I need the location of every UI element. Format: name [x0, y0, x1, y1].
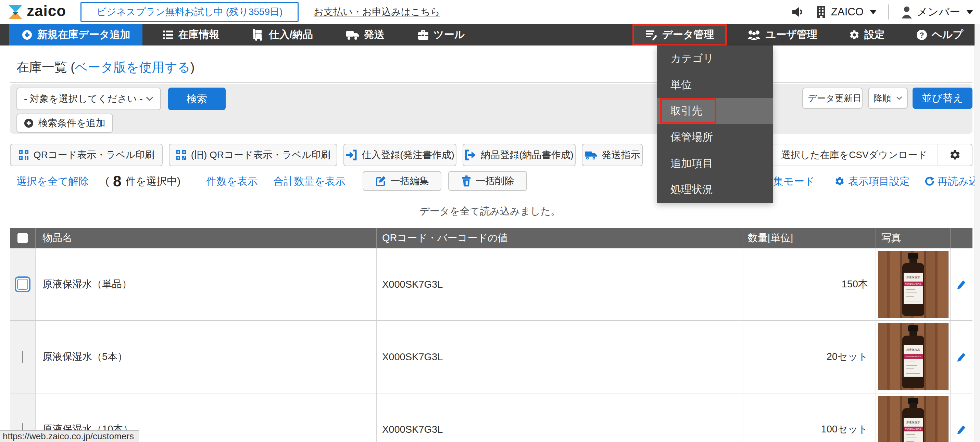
data-menu-item[interactable]: カテゴリ: [657, 46, 773, 72]
nav-data-management[interactable]: データ管理: [632, 24, 727, 46]
sort-button[interactable]: 並び替え: [913, 87, 972, 109]
reload-label: 再読み込み: [937, 174, 980, 189]
svg-text:?: ?: [920, 31, 924, 40]
data-menu-item[interactable]: 追加項目: [657, 150, 773, 176]
bulk-edit-label: 一括編集: [391, 174, 429, 187]
zaico-logo[interactable]: zaico: [8, 3, 66, 21]
selected-count-number: 8: [111, 173, 123, 190]
item-photo[interactable]: 原液保湿水 TUNEMAKERS: [878, 323, 948, 390]
nav-right: データ管理 ユーザ管理 設定: [632, 24, 980, 46]
gear-icon: [849, 29, 860, 40]
item-photo[interactable]: 原液保湿水 TUNEMAKERS: [878, 251, 948, 318]
edit-cell: [951, 321, 972, 393]
sign-in-arrow-icon: [345, 149, 357, 160]
clear-selection-link[interactable]: 選択を全て解除: [16, 170, 89, 192]
delivery-register-button[interactable]: 納品登録(納品書作成): [463, 144, 576, 166]
nav-user-management[interactable]: ユーザ管理: [736, 24, 828, 46]
photo-cell: 原液保湿水 TUNEMAKERS: [876, 321, 951, 393]
list-icon: [163, 30, 173, 40]
show-total-qty-link[interactable]: 合計数量を表示: [273, 170, 345, 192]
handtruck-icon: [252, 29, 264, 41]
search-target-select[interactable]: - 対象を選択してください -: [16, 87, 161, 110]
sort-order-select[interactable]: 降順: [868, 87, 908, 109]
org-label: ZAICO: [831, 6, 864, 18]
reload-link[interactable]: 再読み込み: [924, 170, 980, 192]
qr-label-print-old-button[interactable]: (旧) QRコード表示・ラベル印刷: [169, 144, 337, 166]
qr-label-print-old-label: (旧) QRコード表示・ラベル印刷: [191, 149, 331, 162]
search-panel: - 対象を選択してください - 検索 検索条件を追加 データ更新日 降順 並び替…: [10, 84, 972, 134]
edit-pencil-icon[interactable]: [956, 424, 967, 435]
gear-icon: [834, 176, 845, 187]
nav-data-mgmt-label: データ管理: [662, 28, 714, 42]
table-row: 原液保湿水（10本） X000SK7G3L 100セット 原液保湿水 TUNEM…: [10, 393, 972, 442]
nav-user-mgmt-label: ユーザ管理: [765, 28, 817, 42]
nav-shipping[interactable]: 発送: [334, 24, 396, 46]
gear-icon: [949, 149, 961, 161]
nav-tools[interactable]: ツール: [406, 24, 476, 46]
users-icon: [747, 29, 761, 40]
action-toolbar: QRコード表示・ラベル印刷 (旧) QRコード表示・ラベル印刷: [10, 144, 972, 166]
data-menu-item[interactable]: 単位: [657, 72, 773, 98]
display-settings-label: 表示項目設定: [848, 174, 910, 189]
beta-version-link[interactable]: ベータ版を使用する: [75, 60, 190, 74]
edit-pencil-icon[interactable]: [956, 279, 967, 290]
bulk-delete-button[interactable]: 一括削除: [448, 171, 527, 191]
announcement-icon[interactable]: [791, 5, 803, 19]
quantity-cell: 100セット: [742, 393, 876, 442]
bulk-edit-button[interactable]: 一括編集: [363, 171, 441, 191]
trash-icon: [461, 176, 471, 187]
item-photo[interactable]: 原液保湿水 TUNEMAKERS: [878, 396, 948, 442]
search-target-value: - 対象を選択してください -: [24, 92, 143, 105]
display-settings-link[interactable]: 表示項目設定: [834, 170, 910, 192]
payment-link[interactable]: お支払い・お申込みはこちら: [313, 5, 440, 19]
member-label: メンバー: [917, 5, 960, 19]
search-button[interactable]: 検索: [168, 87, 226, 110]
row-checkbox[interactable]: [17, 279, 28, 290]
show-count-link[interactable]: 件数を表示: [206, 170, 258, 192]
select-all-checkbox[interactable]: [18, 233, 28, 243]
load-status-message: データを全て読み込みました。: [0, 204, 980, 218]
page-title: 在庫一覧 (ベータ版を使用する): [16, 59, 194, 76]
header-edit: [951, 228, 972, 249]
data-menu-item[interactable]: 保管場所: [657, 124, 773, 151]
shipping-order-button[interactable]: 発送指示: [582, 144, 643, 166]
toolbox-icon: [417, 29, 429, 40]
plus-circle-icon: [24, 118, 33, 128]
row-checkbox[interactable]: [22, 351, 23, 363]
sort-field-select[interactable]: データ更新日: [802, 87, 862, 109]
csv-settings-button[interactable]: [937, 144, 972, 166]
nav-add-inventory-button[interactable]: 新規在庫データ追加: [9, 24, 142, 46]
bottle-graphic: 原液保湿水 TUNEMAKERS: [902, 325, 924, 388]
member-menu[interactable]: メンバー: [900, 5, 973, 19]
purchase-register-button[interactable]: 仕入登録(発注書作成): [344, 144, 457, 166]
nav-purchase-delivery[interactable]: 仕入/納品: [241, 24, 324, 46]
nav-help-label: ヘルプ: [932, 28, 963, 42]
csv-download-button[interactable]: 選択した在庫をCSVダウンロード: [771, 144, 937, 166]
qr-code-icon: [18, 149, 29, 160]
row-checkbox-cell: [10, 249, 36, 320]
nav-shipping-label: 発送: [364, 28, 385, 42]
header-item-name: 物品名: [36, 228, 377, 249]
delivery-register-label: 納品登録(納品書作成): [481, 149, 574, 162]
add-search-condition-button[interactable]: 検索条件を追加: [16, 114, 113, 133]
bulk-delete-label: 一括削除: [476, 174, 514, 187]
edit-cell: [951, 393, 972, 442]
data-menu-item[interactable]: 取引先: [657, 98, 773, 124]
bottle-graphic: 原液保湿水 TUNEMAKERS: [902, 398, 924, 442]
nav-inventory-info[interactable]: 在庫情報: [151, 24, 231, 46]
nav-settings[interactable]: 設定: [838, 24, 896, 46]
page-title-text: 在庫一覧 (: [16, 60, 75, 74]
scrollbar-track[interactable]: [975, 24, 980, 442]
truck-icon: [346, 29, 360, 40]
edit-pencil-icon[interactable]: [956, 351, 967, 362]
nav-help[interactable]: ? ヘルプ: [905, 24, 975, 46]
plus-circle-icon: [22, 29, 33, 40]
header-qr-code: QRコード・バーコードの値: [377, 228, 742, 249]
qr-label-print-button[interactable]: QRコード表示・ラベル印刷: [10, 144, 163, 166]
selection-row: 選択を全て解除 ( 8 件を選択中) 件数を表示 合計数量を表示 一括編集: [0, 170, 980, 192]
data-menu-item[interactable]: 処理状況: [657, 176, 773, 203]
list-edit-icon: [646, 29, 658, 40]
nav-purchase-label: 仕入/納品: [269, 28, 313, 42]
org-menu[interactable]: ZAICO: [815, 5, 877, 19]
app-window: zaico ビジネスプラン無料お試し中 (残り3559日) お支払い・お申込みは…: [0, 0, 980, 442]
